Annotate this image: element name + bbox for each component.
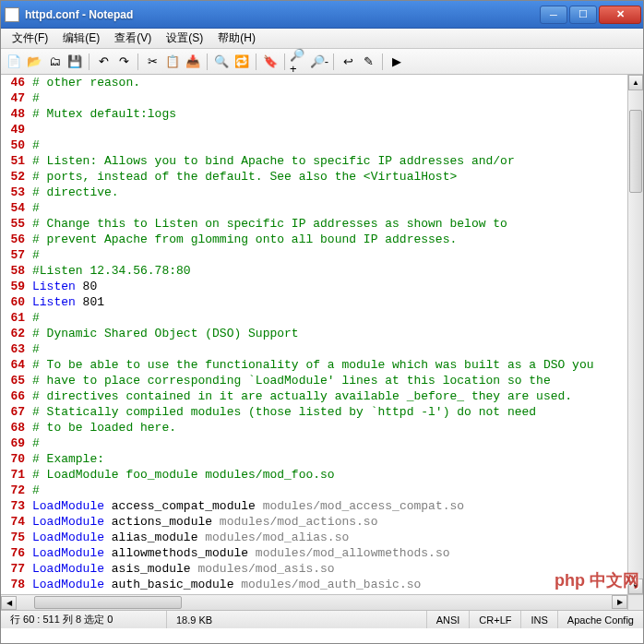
code-line[interactable]: # to be loaded here.: [32, 420, 643, 435]
line-number: 74: [1, 514, 25, 530]
code-line[interactable]: # directive.: [32, 185, 643, 200]
code-line[interactable]: #: [32, 310, 643, 326]
code-line[interactable]: #Listen 12.34.56.78:80: [32, 263, 643, 279]
zoom-in-icon[interactable]: 🔎+: [290, 53, 308, 71]
close-button[interactable]: ✕: [599, 6, 641, 24]
line-number: 64: [1, 357, 25, 373]
code-line[interactable]: # Example:: [32, 451, 643, 467]
line-number: 47: [1, 90, 25, 106]
redo-icon[interactable]: ↷: [114, 53, 133, 71]
editor-area: 4647484950515253545556575859606162636465…: [1, 75, 643, 610]
code-line[interactable]: # directives contained in it are actuall…: [32, 388, 643, 404]
code-line[interactable]: # Change this to Listen on specific IP a…: [32, 216, 643, 232]
line-number: 67: [1, 404, 25, 420]
menu-edit[interactable]: 编辑(E): [55, 29, 107, 48]
code-line[interactable]: LoadModule allowmethods_module modules/m…: [32, 545, 643, 561]
macro-icon[interactable]: ▶: [388, 53, 406, 71]
zoom-out-icon[interactable]: 🔎-: [310, 53, 328, 71]
titlebar[interactable]: httpd.conf - Notepad ─ ☐ ✕: [1, 1, 643, 29]
menu-view[interactable]: 查看(V): [107, 29, 159, 48]
line-number: 56: [1, 232, 25, 247]
maximize-button[interactable]: ☐: [569, 6, 597, 24]
code-content[interactable]: # other reason.## Mutex default:logs ## …: [30, 75, 643, 610]
paste-icon[interactable]: 📥: [184, 53, 202, 71]
highlight-icon[interactable]: ✎: [359, 53, 377, 71]
scroll-up-icon[interactable]: ▲: [628, 75, 643, 90]
window-title: httpd.conf - Notepad: [25, 8, 540, 21]
find-icon[interactable]: 🔍: [212, 53, 231, 71]
toolbar-separator: [89, 54, 89, 70]
line-number-gutter: 4647484950515253545556575859606162636465…: [1, 75, 30, 610]
new-icon[interactable]: 📄: [5, 53, 23, 71]
code-line[interactable]: # ports, instead of the default. See als…: [32, 169, 643, 185]
menu-help[interactable]: 帮助(H): [210, 29, 263, 48]
undo-icon[interactable]: ↶: [94, 53, 113, 71]
copy-icon[interactable]: 📋: [163, 53, 182, 71]
code-line[interactable]: #: [32, 341, 643, 357]
line-number: 69: [1, 435, 25, 451]
code-line[interactable]: # LoadModule foo_module modules/mod_foo.…: [32, 467, 643, 483]
line-number: 72: [1, 483, 25, 498]
line-number: 78: [1, 577, 25, 592]
code-line[interactable]: Listen 80: [32, 279, 643, 294]
status-encoding: ANSI: [427, 611, 471, 628]
code-line[interactable]: # prevent Apache from glomming onto all …: [32, 232, 643, 247]
code-line[interactable]: # Dynamic Shared Object (DSO) Support: [32, 326, 643, 341]
line-number: 53: [1, 185, 25, 200]
code-line[interactable]: Listen 801: [32, 294, 643, 310]
code-line[interactable]: # Mutex default:logs: [32, 106, 643, 122]
horizontal-scrollbar[interactable]: ◀ ▶: [1, 594, 627, 610]
vertical-scrollbar[interactable]: ▲ ▼: [627, 75, 643, 594]
code-line[interactable]: LoadModule access_compat_module modules/…: [32, 498, 643, 514]
line-number: 66: [1, 388, 25, 404]
scroll-left-icon[interactable]: ◀: [1, 596, 17, 610]
code-line[interactable]: [32, 122, 643, 137]
menu-file[interactable]: 文件(F): [5, 29, 55, 48]
statusbar: 行 60 : 511 列 8 选定 0 18.9 KB ANSI CR+LF I…: [1, 610, 643, 628]
vertical-scroll-thumb[interactable]: [629, 110, 642, 193]
code-line[interactable]: # have to place corresponding `LoadModul…: [32, 373, 643, 388]
code-line[interactable]: #: [32, 90, 643, 106]
minimize-button[interactable]: ─: [540, 6, 567, 24]
code-line[interactable]: #: [32, 483, 643, 498]
line-number: 61: [1, 310, 25, 326]
cut-icon[interactable]: ✂: [143, 53, 161, 71]
code-line[interactable]: #: [32, 200, 643, 216]
line-number: 60: [1, 294, 25, 310]
line-number: 55: [1, 216, 25, 232]
line-number: 77: [1, 561, 25, 577]
save-all-icon[interactable]: 🗂: [45, 53, 64, 71]
toolbar-separator: [207, 54, 208, 70]
code-line[interactable]: #: [32, 435, 643, 451]
code-line[interactable]: #: [32, 137, 643, 153]
code-line[interactable]: # Listen: Allows you to bind Apache to s…: [32, 153, 643, 169]
code-line[interactable]: LoadModule asis_module modules/mod_asis.…: [32, 561, 643, 577]
menu-settings[interactable]: 设置(S): [159, 29, 210, 48]
code-line[interactable]: # Statically compiled modules (those lis…: [32, 404, 643, 420]
line-number: 71: [1, 467, 25, 483]
status-filetype: Apache Config: [558, 611, 643, 628]
toolbar-separator: [137, 54, 138, 70]
line-number: 59: [1, 279, 25, 294]
bookmark-icon[interactable]: 🔖: [261, 53, 280, 71]
code-line[interactable]: # other reason.: [32, 75, 643, 90]
code-line[interactable]: LoadModule actions_module modules/mod_ac…: [32, 514, 643, 530]
code-line[interactable]: # To be able to use the functionality of…: [32, 357, 643, 373]
line-number: 62: [1, 326, 25, 341]
line-number: 75: [1, 530, 25, 545]
wrap-icon[interactable]: ↩: [339, 53, 357, 71]
save-icon[interactable]: 💾: [66, 53, 84, 71]
line-number: 57: [1, 247, 25, 263]
code-line[interactable]: #: [32, 247, 643, 263]
line-number: 65: [1, 373, 25, 388]
open-icon[interactable]: 📂: [25, 53, 43, 71]
scroll-right-icon[interactable]: ▶: [612, 595, 627, 609]
horizontal-scroll-thumb[interactable]: [34, 596, 182, 609]
code-line[interactable]: LoadModule auth_basic_module modules/mod…: [32, 577, 643, 592]
watermark: php 中文网: [555, 569, 639, 591]
toolbar-separator: [382, 54, 383, 70]
line-number: 49: [1, 122, 25, 137]
replace-icon[interactable]: 🔁: [233, 53, 251, 71]
code-line[interactable]: LoadModule alias_module modules/mod_alia…: [32, 530, 643, 545]
text-editor[interactable]: 4647484950515253545556575859606162636465…: [1, 75, 643, 610]
